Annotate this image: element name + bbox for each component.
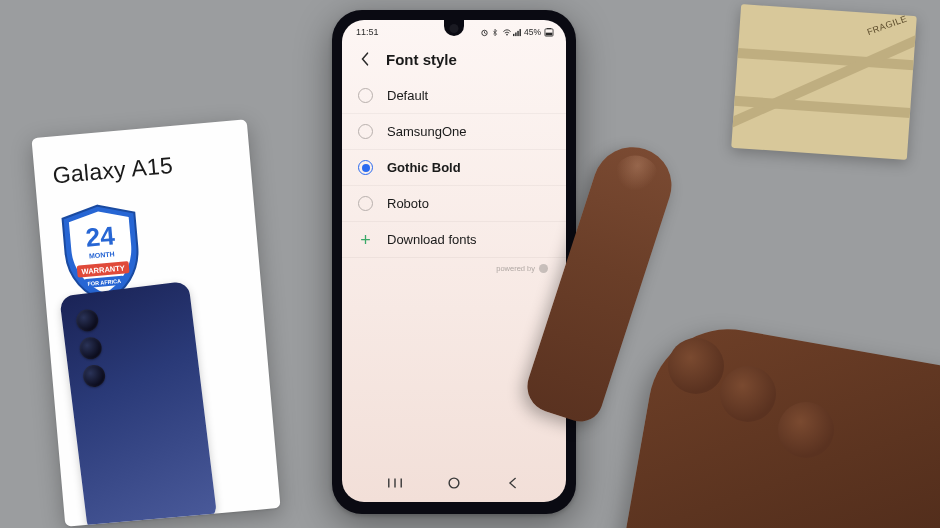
powered-by-row: powered by — [342, 258, 566, 279]
font-option-label: Default — [387, 88, 428, 103]
font-option-gothic-bold[interactable]: Gothic Bold — [342, 150, 566, 186]
recents-button[interactable] — [386, 474, 404, 492]
user-hand — [778, 402, 834, 458]
font-option-label: SamsungOne — [387, 124, 467, 139]
phone-screen[interactable]: 11:51 45% — [342, 20, 566, 502]
home-button[interactable] — [445, 474, 463, 492]
phone-device: 11:51 45% — [332, 10, 576, 514]
plus-icon: + — [358, 232, 373, 247]
download-fonts-label: Download fonts — [387, 232, 477, 247]
back-button[interactable] — [356, 50, 374, 68]
page-title: Font style — [386, 51, 457, 68]
battery-icon — [543, 28, 552, 37]
svg-point-3 — [506, 33, 508, 35]
svg-rect-6 — [517, 30, 518, 35]
warranty-number: 24 — [85, 220, 117, 252]
wifi-icon — [502, 28, 511, 37]
user-hand — [720, 366, 776, 422]
font-option-roboto[interactable]: Roboto — [342, 186, 566, 222]
alarm-icon — [480, 28, 489, 37]
settings-header: Font style — [342, 42, 566, 78]
user-hand — [668, 338, 724, 394]
phone-render-image — [59, 281, 217, 527]
status-time: 11:51 — [356, 27, 379, 37]
product-box: Galaxy A15 24 MONTH WARRANTY FOR AFRICA — [31, 119, 280, 526]
download-fonts-row[interactable]: + Download fonts — [342, 222, 566, 258]
svg-rect-10 — [546, 32, 553, 35]
radio-icon — [358, 196, 373, 211]
radio-selected-icon — [358, 160, 373, 175]
svg-rect-7 — [519, 29, 520, 36]
font-option-default[interactable]: Default — [342, 78, 566, 114]
powered-by-label: powered by — [496, 264, 535, 273]
font-option-label: Gothic Bold — [387, 160, 461, 175]
battery-percent: 45% — [524, 27, 541, 37]
radio-icon — [358, 88, 373, 103]
svg-rect-5 — [515, 32, 516, 36]
bluetooth-icon — [491, 28, 500, 37]
radio-icon — [358, 124, 373, 139]
svg-point-14 — [449, 478, 459, 488]
signal-icon — [513, 28, 522, 37]
product-title: Galaxy A15 — [52, 147, 234, 190]
font-options-list: Default SamsungOne Gothic Bold Roboto + … — [342, 78, 566, 258]
font-option-samsungone[interactable]: SamsungOne — [342, 114, 566, 150]
fragile-label: FRAGILE — [866, 13, 909, 37]
back-nav-button[interactable] — [504, 474, 522, 492]
navigation-bar — [342, 470, 566, 496]
font-option-label: Roboto — [387, 196, 429, 211]
wooden-crate: FRAGILE — [731, 4, 917, 160]
svg-rect-4 — [513, 33, 514, 35]
powered-by-badge-icon — [539, 264, 548, 273]
